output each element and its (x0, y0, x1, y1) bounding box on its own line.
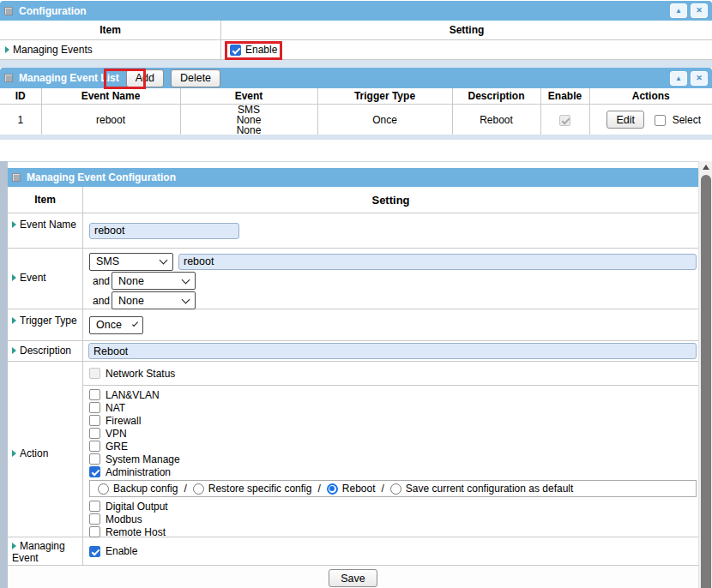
configuration-panel-title: Configuration (19, 5, 87, 17)
action-option: Firewall (83, 414, 698, 427)
trigger-type-value: Once (96, 319, 122, 331)
event-label: Event (20, 272, 46, 284)
chevron-down-icon (132, 321, 138, 327)
description-row: Description (8, 341, 698, 362)
window-controls: ▲ ✕ (667, 3, 708, 18)
managing-event-enable-checkbox[interactable] (89, 546, 100, 557)
bullet-arrow-icon (12, 450, 16, 457)
action-option: System Manage (83, 453, 698, 465)
event-and1-select[interactable]: None (112, 272, 196, 290)
managing-event-row: Managing Event Enable (8, 537, 698, 566)
action-label: Action (20, 447, 48, 459)
event-value-input[interactable] (178, 254, 697, 270)
action-option: Remote Host (83, 525, 698, 538)
managing-events-row: Managing Events Enable (0, 40, 712, 60)
restore-specific-config-label: Restore specific config (208, 483, 312, 495)
column-header-item: Item (8, 187, 83, 213)
administration-checkbox[interactable] (89, 466, 100, 477)
event-name-row: Event Name (8, 213, 698, 249)
panel-icon (12, 173, 21, 182)
close-icon[interactable]: ✕ (691, 3, 708, 18)
event-list-header-row: ID Event Name Event Trigger Type Descrip… (0, 88, 712, 104)
collapse-icon[interactable]: ▲ (670, 71, 687, 86)
chevron-down-icon (182, 275, 190, 284)
action-option: GRE (83, 440, 698, 453)
col-actions: Actions (589, 88, 712, 104)
delete-button[interactable]: Delete (171, 69, 220, 87)
save-button[interactable]: Save (329, 569, 377, 587)
bullet-arrow-icon (12, 317, 16, 324)
event-and1-value: None (118, 275, 144, 287)
digital-output-label: Digital Output (106, 501, 168, 513)
option-separator: / (382, 483, 384, 495)
modbus-checkbox[interactable] (89, 513, 100, 525)
panel-icon (4, 74, 13, 82)
trigger-type-select[interactable]: Once (89, 316, 143, 334)
restore-specific-config-radio[interactable] (193, 483, 204, 495)
managing-event-configuration-title: Managing Event Configuration (27, 171, 176, 183)
system-manage-checkbox[interactable] (89, 453, 100, 465)
col-event-name: Event Name (41, 88, 180, 104)
backup-config-radio[interactable] (98, 483, 109, 495)
lan-vlan-checkbox[interactable] (89, 389, 100, 400)
bullet-arrow-icon (5, 46, 9, 53)
trigger-type-label: Trigger Type (20, 315, 77, 327)
network-status-checkbox (89, 368, 100, 379)
nat-checkbox[interactable] (89, 402, 100, 413)
vertical-scrollbar (698, 161, 712, 588)
action-option: VPN (83, 427, 698, 440)
bullet-arrow-icon (12, 543, 16, 549)
option-separator: / (317, 483, 320, 495)
and-label: and (93, 275, 112, 287)
column-header-setting: Setting (83, 187, 698, 213)
select-checkbox[interactable] (655, 115, 666, 126)
vpn-checkbox[interactable] (89, 428, 100, 439)
description-input[interactable] (88, 343, 697, 359)
chevron-down-icon (160, 256, 168, 265)
page: Configuration ▲ ✕ Item Setting Managing … (0, 0, 712, 588)
column-header-item: Item (0, 21, 221, 39)
cell-event: SMS None None (180, 104, 317, 135)
scrollbar-up-arrow-icon[interactable] (699, 161, 712, 173)
add-button[interactable]: Add (126, 69, 164, 87)
save-default-label: Save current configuration as default (406, 483, 573, 495)
edit-button[interactable]: Edit (606, 111, 644, 129)
managing-events-label: Managing Events (13, 44, 93, 56)
scrollbar-thumb[interactable] (701, 175, 711, 588)
event-row: Event SMS and None (8, 249, 698, 309)
firewall-checkbox[interactable] (89, 415, 100, 426)
action-row: Action Network Status LAN&VLAN NAT (8, 362, 698, 537)
event-line: None (181, 115, 317, 125)
administration-options: Backup config / Restore specific config … (89, 480, 697, 497)
managing-event-list-panel: Managing Event List Add Delete ▲ ✕ ID Ev… (0, 68, 712, 135)
gre-checkbox[interactable] (89, 441, 100, 452)
row-enable-checkbox (559, 115, 570, 126)
col-id: ID (0, 88, 41, 104)
cell-enable (540, 104, 589, 135)
event-type-select[interactable]: SMS (89, 253, 173, 271)
managing-event-label: Managing Event (12, 540, 65, 564)
close-icon[interactable]: ✕ (691, 71, 708, 86)
event-name-label: Event Name (20, 219, 76, 231)
managing-event-enable-label: Enable (106, 545, 137, 557)
save-default-radio[interactable] (390, 483, 401, 495)
reboot-radio[interactable] (327, 483, 338, 495)
system-manage-label: System Manage (106, 453, 180, 465)
panel-left-border (0, 161, 8, 588)
gre-label: GRE (106, 441, 128, 453)
managing-events-enable-checkbox[interactable] (230, 45, 241, 56)
bullet-arrow-icon (12, 221, 16, 228)
collapse-icon[interactable]: ▲ (670, 3, 687, 18)
event-name-input[interactable] (89, 223, 239, 239)
col-enable: Enable (540, 88, 589, 104)
event-list-row: 1 reboot SMS None None Once Reboot Edit (0, 104, 712, 135)
trigger-type-row: Trigger Type Once (8, 309, 698, 341)
remote-host-checkbox[interactable] (89, 526, 100, 537)
action-option: Modbus (83, 513, 698, 525)
digital-output-checkbox[interactable] (89, 501, 100, 512)
lan-vlan-label: LAN&VLAN (106, 389, 160, 401)
network-status-label: Network Status (106, 368, 175, 380)
action-option: Digital Output (83, 500, 698, 513)
event-and2-select[interactable]: None (112, 291, 196, 309)
nat-label: NAT (106, 402, 125, 414)
